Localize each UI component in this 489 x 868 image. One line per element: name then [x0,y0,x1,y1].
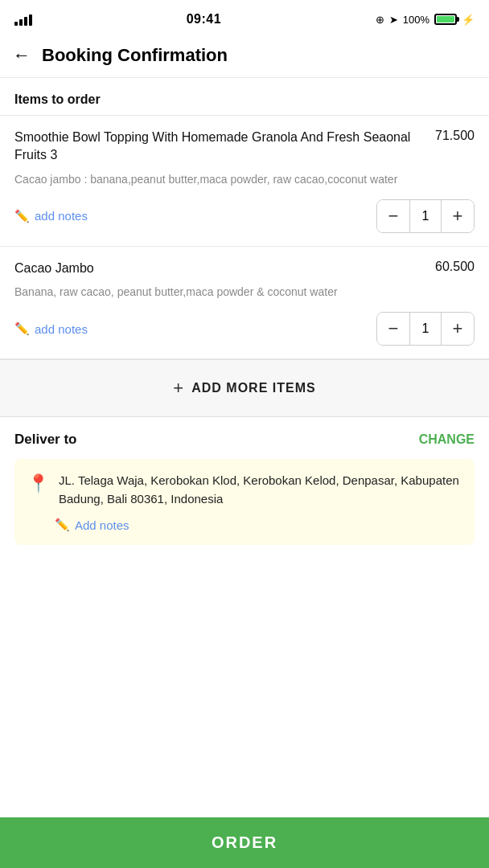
items-section-label: Items to order [0,78,489,115]
qty-control-1: − 1 + [376,199,475,233]
item-price-2: 60.500 [435,260,475,274]
qty-increment-1[interactable]: + [442,200,474,232]
item-price-1: 71.500 [435,129,475,143]
header: ← Booking Confirmation [0,35,489,78]
order-item-1: Smoothie Bowl Topping With Homemade Gran… [0,116,489,247]
qty-decrement-1[interactable]: − [377,200,409,232]
order-button-label: ORDER [0,833,489,852]
status-time: 09:41 [187,12,221,27]
status-bar: 09:41 ⊕ ➤ 100% ⚡ [0,0,489,35]
page-title: Booking Confirmation [42,45,228,66]
qty-value-2: 1 [409,313,442,345]
qty-control-2: − 1 + [376,312,475,346]
item-desc-1: Cacao jambo : banana,peanut butter,maca … [14,171,475,188]
add-more-plus-icon: + [173,378,183,399]
add-notes-btn-2[interactable]: ✏️ add notes [14,321,88,336]
delivery-label: Deliver to [14,432,76,448]
location-icon: ⊕ [376,14,384,26]
qty-decrement-2[interactable]: − [377,313,409,345]
bottom-spacer [0,553,489,617]
address-text: JL. Telaga Waja, Kerobokan Klod, Kerobok… [59,472,462,508]
change-button[interactable]: CHANGE [419,432,475,447]
location-pin-icon: 📍 [27,473,49,494]
order-item-2: Cacao Jambo 60.500 Banana, raw cacao, pe… [0,247,489,359]
add-notes-label-1: add notes [35,209,88,223]
address-notes-label: Add notes [75,518,129,532]
qty-increment-2[interactable]: + [442,313,474,345]
content-area: Items to order Smoothie Bowl Topping Wit… [0,78,489,617]
pencil-icon-2: ✏️ [14,321,30,336]
back-button[interactable]: ← [13,47,31,64]
order-button-container[interactable]: ORDER [0,817,489,868]
item-name-2: Cacao Jambo [14,260,435,277]
battery-percent: 100% [403,14,429,26]
item-header-2: Cacao Jambo 60.500 [14,260,475,277]
item-header-1: Smoothie Bowl Topping With Homemade Gran… [14,129,475,165]
status-right: ⊕ ➤ 100% ⚡ [376,14,475,26]
address-row: 📍 JL. Telaga Waja, Kerobokan Klod, Kerob… [27,472,462,508]
qty-value-1: 1 [409,200,442,232]
address-pencil-icon: ✏️ [55,518,70,532]
add-more-section[interactable]: + ADD MORE ITEMS [0,359,489,417]
item-footer-2: ✏️ add notes − 1 + [14,312,475,346]
delivery-header: Deliver to CHANGE [14,432,475,448]
item-name-1: Smoothie Bowl Topping With Homemade Gran… [14,129,435,165]
item-footer-1: ✏️ add notes − 1 + [14,199,475,233]
address-notes-btn[interactable]: ✏️ Add notes [55,518,462,532]
delivery-section: Deliver to CHANGE 📍 JL. Telaga Waja, Ker… [0,417,489,553]
add-notes-label-2: add notes [35,322,88,336]
item-desc-2: Banana, raw cacao, peanut butter,maca po… [14,284,475,301]
address-card: 📍 JL. Telaga Waja, Kerobokan Klod, Kerob… [14,459,475,545]
signal-area [14,13,32,26]
pencil-icon-1: ✏️ [14,209,30,223]
charging-icon: ⚡ [462,14,475,26]
signal-icon [14,13,32,26]
battery-icon [434,14,457,25]
add-notes-btn-1[interactable]: ✏️ add notes [14,209,88,223]
add-more-label: ADD MORE ITEMS [191,381,315,395]
navigation-icon: ➤ [389,14,398,26]
